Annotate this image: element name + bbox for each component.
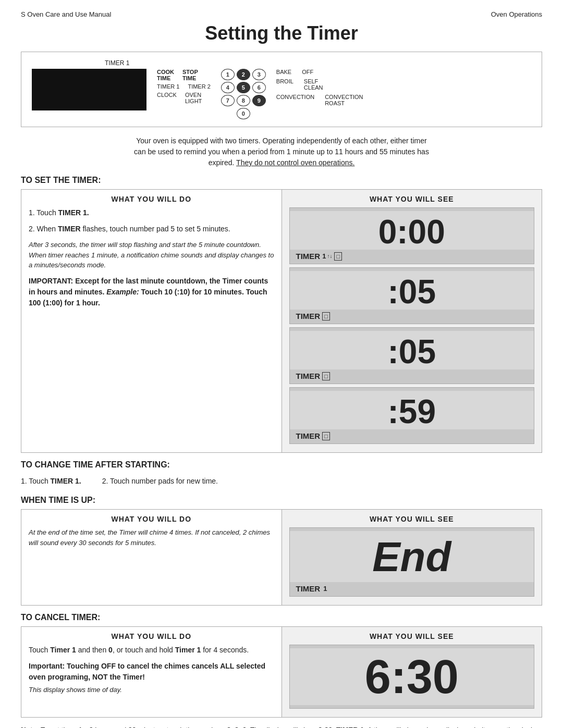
section-title: Oven Operations	[491, 10, 542, 18]
display-2-value: :05	[290, 271, 534, 310]
cancel-important: Important: Touching OFF to cancel the ch…	[29, 661, 274, 683]
key-8: 8	[237, 95, 250, 106]
cancel-left-heading: WHAT YOU WILL DO	[29, 632, 274, 640]
step-1: 1. Touch TIMER 1.	[29, 207, 274, 218]
intro-paragraph: Your oven is equipped with two timers. O…	[21, 135, 542, 168]
cook-time-btn: COOKTIME	[157, 69, 174, 81]
bake-btn: BAKE	[276, 69, 291, 75]
display-3: :05 TIMER □	[289, 327, 535, 384]
key-4: 4	[221, 82, 235, 93]
broil-btn: BROIL	[276, 78, 293, 91]
oven-light-btn: OVENLIGHT	[185, 92, 202, 104]
display-3-timer-label: TIMER	[296, 372, 321, 380]
convection-roast-btn: CONVECTIONROAST	[325, 94, 363, 106]
key-1: 1	[221, 69, 235, 80]
number-pad: 1 2 3 4 5 6 7 8 9 0	[221, 69, 266, 119]
cancel-right: WHAT YOU WILL SEE 6:30	[282, 627, 542, 717]
display-2-icon: □	[322, 312, 330, 320]
display-4-timer-label: TIMER	[296, 431, 321, 440]
change-col2: 2. Touch number pads for new time.	[102, 477, 218, 485]
when-right: WHAT YOU WILL SEE End TIMER 1	[282, 510, 542, 605]
when-right-heading: WHAT YOU WILL SEE	[289, 515, 535, 523]
key-7: 7	[221, 95, 235, 106]
display-2: :05 TIMER □	[289, 267, 535, 324]
when-italic: At the end of the time set, the Timer wi…	[29, 527, 274, 548]
when-left-heading: WHAT YOU WILL DO	[29, 515, 274, 523]
step-2: 2. When TIMER flashes, touch number pad …	[29, 224, 274, 235]
cancel-display-value: 6:30	[290, 648, 534, 705]
display-1: 0:00 TIMER 1 ↑↓ □	[289, 207, 535, 264]
end-display-seg: End TIMER 1	[289, 527, 535, 597]
control-buttons: COOKTIME STOPTIME TIMER 1 TIMER 2 CLOCK …	[157, 69, 211, 104]
change-time-row: 1. Touch TIMER 1. 2. Touch number pads f…	[21, 474, 542, 488]
cancel-step-text: Touch Timer 1 and then 0, or touch and h…	[29, 645, 274, 656]
display-4-value: :59	[290, 391, 534, 429]
oven-display	[32, 69, 146, 110]
mode-buttons: BAKE OFF BROIL SELFCLEAN CONVECTION CONV…	[276, 69, 363, 106]
set-right-heading: WHAT YOU WILL SEE	[289, 195, 535, 203]
key-5: 5	[237, 82, 250, 93]
cancel-timer-box: WHAT YOU WILL DO Touch Timer 1 and then …	[21, 626, 542, 718]
display-1-timer-num: 1	[322, 252, 326, 260]
end-timer-num: 1	[323, 585, 327, 593]
set-timer-left: WHAT YOU WILL DO 1. Touch TIMER 1. 2. Wh…	[21, 190, 282, 452]
display-3-value: :05	[290, 331, 534, 369]
end-timer-label: TIMER	[296, 584, 321, 593]
self-clean-btn: SELFCLEAN	[304, 78, 323, 91]
display-4-icon: □	[322, 432, 330, 440]
page-title: Setting the Timer	[21, 22, 542, 44]
cancel-timer-heading: To Cancel Timer:	[21, 613, 542, 622]
timer1-btn: TIMER 1	[157, 83, 179, 90]
convection-btn: CONVECTION	[276, 94, 314, 106]
timer1-tick: ↑↓	[327, 253, 332, 259]
note-paragraph: Note: To set timer for 2 hours and 30 mi…	[21, 725, 542, 728]
set-timer-box: WHAT YOU WILL DO 1. Touch TIMER 1. 2. Wh…	[21, 189, 542, 453]
cancel-italic: This display shows time of day.	[29, 685, 274, 695]
timer1-icon: □	[334, 252, 342, 261]
when-time-heading: When Time Is Up:	[21, 496, 542, 505]
off-btn: OFF	[302, 69, 313, 75]
set-timer-right: WHAT YOU WILL SEE 0:00 TIMER 1 ↑↓ □ :05 …	[282, 190, 542, 452]
stop-time-btn: STOPTIME	[182, 69, 198, 81]
display-1-timer-label: TIMER	[296, 252, 321, 261]
timer-label-diagram: TIMER 1	[105, 59, 129, 67]
manual-title: S Oven Care and Use Manual	[21, 10, 111, 18]
cancel-right-heading: WHAT YOU WILL SEE	[289, 632, 535, 640]
step-italic-note: After 3 seconds, the timer will stop fla…	[29, 240, 274, 270]
key-9: 9	[252, 95, 266, 106]
key-6: 6	[252, 82, 266, 93]
oven-diagram: TIMER 1 COOKTIME STOPTIME TIMER 1 TIMER …	[21, 52, 542, 127]
set-left-heading: WHAT YOU WILL DO	[29, 195, 274, 203]
display-2-timer-label: TIMER	[296, 312, 321, 320]
change-col1: 1. Touch TIMER 1.	[21, 477, 81, 485]
cancel-display-seg: 6:30	[289, 645, 535, 709]
set-timer-heading: To Set the Timer:	[21, 176, 542, 185]
key-3: 3	[252, 69, 266, 80]
display-3-icon: □	[322, 372, 330, 380]
important-note: IMPORTANT: Except for the last minute co…	[29, 276, 274, 309]
when-time-box: WHAT YOU WILL DO At the end of the time …	[21, 509, 542, 606]
cancel-left: WHAT YOU WILL DO Touch Timer 1 and then …	[21, 627, 282, 717]
clock-btn: CLOCK	[157, 92, 177, 104]
end-display-value: End	[290, 531, 534, 582]
key-2: 2	[237, 69, 250, 80]
change-time-heading: To Change Time After Starting:	[21, 460, 542, 470]
timer2-btn: TIMER 2	[188, 83, 210, 90]
display-4: :59 TIMER □	[289, 387, 535, 444]
when-left: WHAT YOU WILL DO At the end of the time …	[21, 510, 282, 605]
key-0: 0	[237, 108, 250, 119]
display-1-value: 0:00	[290, 211, 534, 250]
